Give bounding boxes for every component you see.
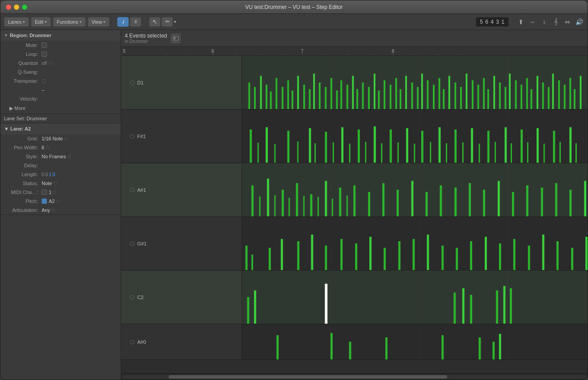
nudge-up-button[interactable]: ⬆ — [516, 17, 526, 27]
status-stepper-icon[interactable]: ⬡ — [54, 181, 57, 186]
lane-fs1-content[interactable] — [242, 110, 588, 163]
svg-rect-157 — [259, 196, 261, 216]
svg-rect-69 — [487, 89, 489, 109]
lanes-menu-button[interactable]: Lanes ▾ — [4, 17, 29, 27]
articulation-label: Articulation: — [6, 207, 42, 213]
minimize-button[interactable] — [14, 4, 19, 10]
pointer-tool-button[interactable]: ↖ — [149, 17, 161, 27]
transpose-row: Transpose: ⬡ — [0, 76, 121, 85]
lane-gs1-circle[interactable] — [130, 241, 135, 246]
region-section: ▼ Region: Drummer Mute: Loop: Quantize o… — [0, 30, 121, 114]
svg-rect-144 — [411, 181, 414, 216]
svg-rect-114 — [333, 142, 334, 163]
svg-rect-214 — [499, 334, 501, 359]
lane-as1-circle[interactable] — [130, 188, 135, 192]
close-button[interactable] — [6, 4, 11, 10]
length-display: 0 0 1 0 — [42, 172, 55, 177]
position-display: 5 6 4 3 1 — [476, 17, 509, 27]
drummer-button[interactable]: ♩ — [117, 17, 129, 27]
maximize-button[interactable] — [22, 4, 27, 10]
midi-ch-checkbox[interactable] — [42, 190, 47, 195]
event-icon-button[interactable] — [171, 34, 181, 43]
midi-ch-row: MIDI Cha…: 1 ⬡ — [0, 188, 121, 197]
event-info: 4 Events selected in Drummer — [125, 33, 167, 44]
style-stepper-icon[interactable]: ⬡ — [68, 154, 71, 159]
midi-button[interactable]: ⧖ — [130, 17, 141, 27]
lane-as0-content[interactable] — [242, 324, 588, 359]
lanes-chevron-icon: ▾ — [23, 20, 25, 24]
lane-d1-circle[interactable] — [130, 80, 135, 85]
svg-rect-163 — [347, 195, 348, 216]
articulation-stepper-icon[interactable]: ⬡ — [52, 208, 55, 212]
pitch-checkbox[interactable] — [42, 198, 47, 204]
h-scrollbar-thumb[interactable] — [169, 375, 447, 379]
pen-width-row: Pen Width: 6 ⬡ — [0, 143, 121, 152]
lane-gs1-svg — [242, 217, 588, 270]
svg-rect-78 — [537, 76, 538, 109]
transpose-stepper-icon[interactable]: ⬡ — [42, 78, 46, 84]
zoom-vert-button[interactable]: ↕ — [539, 17, 549, 27]
content-area: ▼ Region: Drummer Mute: Loop: Quantize o… — [0, 30, 588, 380]
metronome-button[interactable]: 𝄞 — [551, 17, 561, 27]
grid-stepper-icon[interactable]: ⬡ — [64, 136, 68, 141]
lanes-scroll-area[interactable]: D1 — [121, 56, 588, 373]
track-type-buttons: ♩ ⧖ — [117, 17, 141, 27]
length-1: 0 — [45, 172, 48, 177]
svg-rect-112 — [297, 141, 299, 163]
lane-d1-content[interactable] — [242, 56, 588, 109]
link-button[interactable]: ⇔ — [563, 17, 572, 27]
svg-rect-76 — [526, 78, 528, 109]
lane-c2-content[interactable] — [242, 270, 588, 324]
event-context: in Drummer — [125, 39, 167, 44]
lane-fs1-circle[interactable] — [130, 134, 135, 139]
svg-rect-196 — [254, 291, 256, 324]
transpose-value-row: – — [0, 85, 121, 94]
svg-rect-177 — [384, 248, 386, 270]
window-title: VU test:Drummer – VU test – Step Editor — [245, 4, 343, 10]
midi-ch-stepper-icon[interactable]: ⬡ — [52, 190, 56, 194]
mute-row: Mute: — [0, 41, 121, 50]
loop-checkbox[interactable] — [42, 51, 47, 57]
svg-rect-43 — [347, 84, 348, 109]
svg-rect-181 — [441, 245, 444, 270]
quantize-label: Quantize — [6, 60, 42, 66]
svg-rect-53 — [400, 89, 402, 109]
lane-d1-name: D1 — [137, 80, 144, 85]
lane-c2-circle[interactable] — [130, 295, 135, 300]
pen-stepper-icon[interactable]: ⬡ — [46, 145, 50, 150]
svg-rect-80 — [548, 87, 550, 109]
svg-rect-31 — [282, 87, 283, 109]
svg-rect-74 — [515, 80, 517, 109]
more-button[interactable]: ▶ More — [6, 104, 115, 113]
functions-menu-button[interactable]: Functions ▾ — [53, 17, 86, 27]
lane-as0-label: A#0 — [121, 324, 242, 359]
lane-as1-content[interactable] — [242, 163, 588, 216]
pitch-stepper-icon[interactable]: ⬡ — [56, 199, 60, 203]
quantize-stepper-icon[interactable]: ⬡ — [49, 61, 52, 65]
velocity-row: Velocity: — [0, 94, 121, 103]
svg-rect-79 — [542, 83, 544, 110]
lane-gs1-content[interactable] — [242, 217, 588, 270]
ruler-area: 5 6 7 8 — [121, 47, 588, 56]
tool-chevron-icon: ▾ — [174, 19, 176, 24]
pencil-tool-button[interactable]: ✏ — [161, 17, 173, 27]
svg-rect-90 — [250, 130, 252, 163]
edit-menu-button[interactable]: Edit ▾ — [31, 17, 51, 27]
speaker-button[interactable]: 🔊 — [574, 17, 584, 27]
fit-button[interactable]: ↔ — [528, 17, 537, 27]
view-menu-button[interactable]: View ▾ — [88, 17, 110, 27]
svg-rect-54 — [405, 76, 407, 109]
svg-rect-210 — [385, 338, 388, 359]
svg-rect-116 — [365, 142, 366, 163]
length-row: Length: 0 0 1 0 — [0, 170, 121, 179]
quantize-value: off — [42, 60, 47, 66]
svg-rect-93 — [309, 128, 311, 163]
svg-rect-103 — [471, 128, 473, 163]
region-collapse-icon[interactable]: ▼ — [4, 33, 8, 38]
lane-as0-circle[interactable] — [130, 340, 135, 344]
bottom-scrollbar[interactable] — [121, 373, 588, 380]
mute-checkbox[interactable] — [42, 42, 47, 48]
svg-rect-57 — [421, 74, 423, 109]
h-scrollbar-track — [122, 375, 587, 379]
step-editor: 4 Events selected in Drummer 5 6 — [121, 30, 588, 380]
